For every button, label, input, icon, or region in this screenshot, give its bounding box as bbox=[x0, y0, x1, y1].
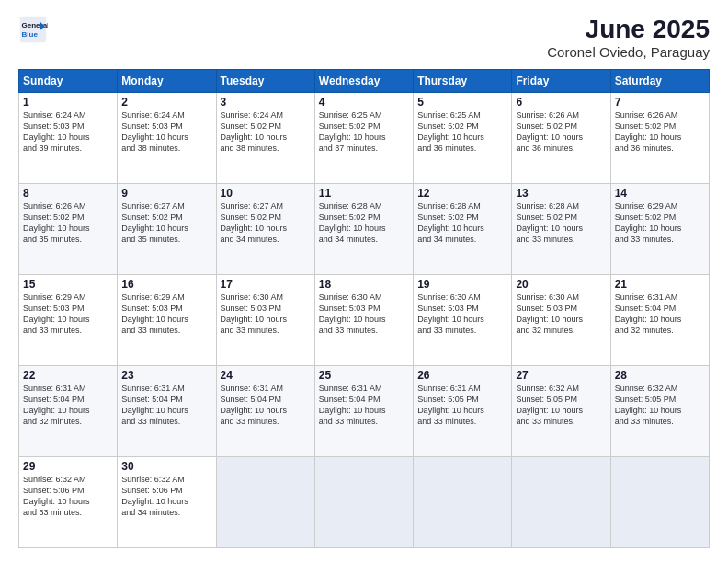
calendar-cell: 22Sunrise: 6:31 AM Sunset: 5:04 PM Dayli… bbox=[19, 366, 118, 457]
day-number: 17 bbox=[221, 278, 311, 291]
day-info: Sunrise: 6:28 AM Sunset: 5:02 PM Dayligh… bbox=[417, 201, 507, 246]
day-info: Sunrise: 6:28 AM Sunset: 5:02 PM Dayligh… bbox=[516, 201, 606, 246]
calendar-cell: 27Sunrise: 6:32 AM Sunset: 5:05 PM Dayli… bbox=[512, 366, 610, 457]
day-number: 30 bbox=[121, 460, 211, 473]
day-number: 10 bbox=[221, 187, 311, 200]
calendar-cell: 24Sunrise: 6:31 AM Sunset: 5:04 PM Dayli… bbox=[216, 366, 314, 457]
day-number: 29 bbox=[23, 460, 113, 473]
calendar-cell bbox=[216, 457, 314, 548]
weekday-header-wednesday: Wednesday bbox=[314, 70, 413, 93]
day-info: Sunrise: 6:32 AM Sunset: 5:05 PM Dayligh… bbox=[615, 383, 705, 428]
calendar-cell: 26Sunrise: 6:31 AM Sunset: 5:05 PM Dayli… bbox=[414, 366, 512, 457]
calendar-table: SundayMondayTuesdayWednesdayThursdayFrid… bbox=[18, 69, 710, 548]
calendar-cell: 23Sunrise: 6:31 AM Sunset: 5:04 PM Dayli… bbox=[118, 366, 216, 457]
day-info: Sunrise: 6:25 AM Sunset: 5:02 PM Dayligh… bbox=[417, 109, 507, 155]
day-number: 26 bbox=[417, 369, 507, 382]
day-number: 2 bbox=[121, 96, 211, 109]
day-info: Sunrise: 6:30 AM Sunset: 5:03 PM Dayligh… bbox=[417, 292, 507, 337]
day-info: Sunrise: 6:31 AM Sunset: 5:04 PM Dayligh… bbox=[319, 383, 409, 428]
day-number: 12 bbox=[417, 187, 507, 200]
day-info: Sunrise: 6:26 AM Sunset: 5:02 PM Dayligh… bbox=[615, 109, 705, 155]
day-number: 21 bbox=[615, 278, 705, 291]
day-info: Sunrise: 6:30 AM Sunset: 5:03 PM Dayligh… bbox=[319, 292, 409, 337]
day-number: 4 bbox=[319, 96, 409, 109]
day-number: 23 bbox=[121, 369, 211, 382]
day-info: Sunrise: 6:29 AM Sunset: 5:03 PM Dayligh… bbox=[23, 292, 113, 337]
day-number: 27 bbox=[516, 369, 606, 382]
day-number: 19 bbox=[417, 278, 507, 291]
weekday-header-monday: Monday bbox=[118, 70, 216, 93]
day-number: 22 bbox=[23, 369, 113, 382]
calendar-week-1: 1Sunrise: 6:24 AM Sunset: 5:03 PM Daylig… bbox=[19, 93, 710, 184]
logo: General Blue bbox=[18, 15, 48, 44]
calendar-cell: 14Sunrise: 6:29 AM Sunset: 5:02 PM Dayli… bbox=[610, 184, 709, 275]
location-subtitle: Coronel Oviedo, Paraguay bbox=[547, 44, 710, 60]
day-info: Sunrise: 6:24 AM Sunset: 5:02 PM Dayligh… bbox=[221, 109, 311, 155]
svg-text:Blue: Blue bbox=[22, 30, 39, 39]
svg-text:General: General bbox=[22, 21, 48, 29]
calendar-cell: 4Sunrise: 6:25 AM Sunset: 5:02 PM Daylig… bbox=[314, 93, 413, 184]
day-info: Sunrise: 6:30 AM Sunset: 5:03 PM Dayligh… bbox=[221, 292, 311, 337]
day-info: Sunrise: 6:29 AM Sunset: 5:02 PM Dayligh… bbox=[615, 201, 705, 246]
calendar-cell: 29Sunrise: 6:32 AM Sunset: 5:06 PM Dayli… bbox=[19, 457, 118, 548]
day-info: Sunrise: 6:31 AM Sunset: 5:04 PM Dayligh… bbox=[615, 292, 705, 337]
day-info: Sunrise: 6:30 AM Sunset: 5:03 PM Dayligh… bbox=[516, 292, 606, 337]
day-info: Sunrise: 6:29 AM Sunset: 5:03 PM Dayligh… bbox=[121, 292, 211, 337]
day-info: Sunrise: 6:24 AM Sunset: 5:03 PM Dayligh… bbox=[23, 109, 113, 155]
day-number: 16 bbox=[121, 278, 211, 291]
calendar-week-2: 8Sunrise: 6:26 AM Sunset: 5:02 PM Daylig… bbox=[19, 184, 710, 275]
calendar-week-5: 29Sunrise: 6:32 AM Sunset: 5:06 PM Dayli… bbox=[19, 457, 710, 548]
day-info: Sunrise: 6:31 AM Sunset: 5:04 PM Dayligh… bbox=[121, 383, 211, 428]
calendar-cell: 6Sunrise: 6:26 AM Sunset: 5:02 PM Daylig… bbox=[512, 93, 610, 184]
day-number: 14 bbox=[615, 187, 705, 200]
day-info: Sunrise: 6:32 AM Sunset: 5:06 PM Dayligh… bbox=[121, 474, 211, 519]
day-number: 13 bbox=[516, 187, 606, 200]
day-number: 18 bbox=[319, 278, 409, 291]
day-info: Sunrise: 6:27 AM Sunset: 5:02 PM Dayligh… bbox=[221, 201, 311, 246]
weekday-header-tuesday: Tuesday bbox=[216, 70, 314, 93]
calendar-cell: 1Sunrise: 6:24 AM Sunset: 5:03 PM Daylig… bbox=[19, 93, 118, 184]
day-number: 28 bbox=[615, 369, 705, 382]
day-info: Sunrise: 6:25 AM Sunset: 5:02 PM Dayligh… bbox=[319, 109, 409, 155]
day-number: 20 bbox=[516, 278, 606, 291]
day-info: Sunrise: 6:31 AM Sunset: 5:04 PM Dayligh… bbox=[23, 383, 113, 428]
calendar-cell: 18Sunrise: 6:30 AM Sunset: 5:03 PM Dayli… bbox=[314, 275, 413, 366]
calendar-cell bbox=[414, 457, 512, 548]
calendar-cell: 21Sunrise: 6:31 AM Sunset: 5:04 PM Dayli… bbox=[610, 275, 709, 366]
day-info: Sunrise: 6:24 AM Sunset: 5:03 PM Dayligh… bbox=[121, 109, 211, 155]
logo-icon: General Blue bbox=[18, 15, 48, 44]
calendar-cell: 20Sunrise: 6:30 AM Sunset: 5:03 PM Dayli… bbox=[512, 275, 610, 366]
day-info: Sunrise: 6:26 AM Sunset: 5:02 PM Dayligh… bbox=[23, 201, 113, 246]
calendar-cell: 15Sunrise: 6:29 AM Sunset: 5:03 PM Dayli… bbox=[19, 275, 118, 366]
calendar-cell: 11Sunrise: 6:28 AM Sunset: 5:02 PM Dayli… bbox=[314, 184, 413, 275]
calendar-cell: 19Sunrise: 6:30 AM Sunset: 5:03 PM Dayli… bbox=[414, 275, 512, 366]
title-section: June 2025 Coronel Oviedo, Paraguay bbox=[547, 15, 710, 60]
calendar-cell: 16Sunrise: 6:29 AM Sunset: 5:03 PM Dayli… bbox=[118, 275, 216, 366]
weekday-header-sunday: Sunday bbox=[19, 70, 118, 93]
calendar-cell: 7Sunrise: 6:26 AM Sunset: 5:02 PM Daylig… bbox=[610, 93, 709, 184]
weekday-header-thursday: Thursday bbox=[414, 70, 512, 93]
day-number: 5 bbox=[417, 96, 507, 109]
day-number: 24 bbox=[221, 369, 311, 382]
calendar-week-3: 15Sunrise: 6:29 AM Sunset: 5:03 PM Dayli… bbox=[19, 275, 710, 366]
day-info: Sunrise: 6:27 AM Sunset: 5:02 PM Dayligh… bbox=[121, 201, 211, 246]
day-info: Sunrise: 6:32 AM Sunset: 5:05 PM Dayligh… bbox=[516, 383, 606, 428]
day-number: 8 bbox=[23, 187, 113, 200]
calendar-week-4: 22Sunrise: 6:31 AM Sunset: 5:04 PM Dayli… bbox=[19, 366, 710, 457]
weekday-header-row: SundayMondayTuesdayWednesdayThursdayFrid… bbox=[19, 70, 710, 93]
calendar-cell: 2Sunrise: 6:24 AM Sunset: 5:03 PM Daylig… bbox=[118, 93, 216, 184]
page: General Blue June 2025 Coronel Oviedo, P… bbox=[0, 0, 728, 563]
calendar-cell: 9Sunrise: 6:27 AM Sunset: 5:02 PM Daylig… bbox=[118, 184, 216, 275]
calendar-cell bbox=[314, 457, 413, 548]
day-info: Sunrise: 6:26 AM Sunset: 5:02 PM Dayligh… bbox=[516, 109, 606, 155]
day-number: 6 bbox=[516, 96, 606, 109]
day-info: Sunrise: 6:31 AM Sunset: 5:04 PM Dayligh… bbox=[221, 383, 311, 428]
calendar-cell: 30Sunrise: 6:32 AM Sunset: 5:06 PM Dayli… bbox=[118, 457, 216, 548]
calendar-cell: 13Sunrise: 6:28 AM Sunset: 5:02 PM Dayli… bbox=[512, 184, 610, 275]
day-number: 11 bbox=[319, 187, 409, 200]
weekday-header-friday: Friday bbox=[512, 70, 610, 93]
day-info: Sunrise: 6:32 AM Sunset: 5:06 PM Dayligh… bbox=[23, 474, 113, 519]
calendar-cell: 17Sunrise: 6:30 AM Sunset: 5:03 PM Dayli… bbox=[216, 275, 314, 366]
weekday-header-saturday: Saturday bbox=[610, 70, 709, 93]
calendar-cell: 25Sunrise: 6:31 AM Sunset: 5:04 PM Dayli… bbox=[314, 366, 413, 457]
